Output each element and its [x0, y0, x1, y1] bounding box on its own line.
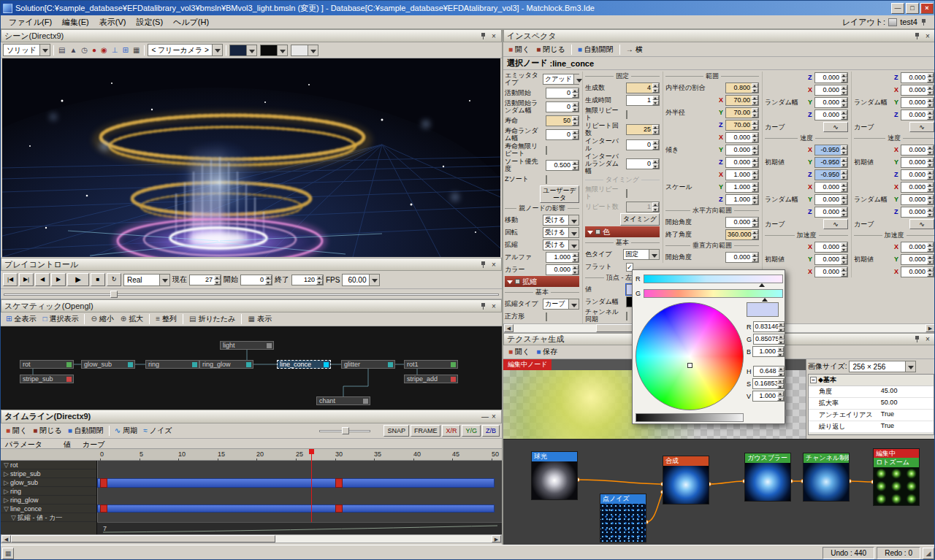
dropdown-arrow-icon[interactable]: [159, 275, 169, 285]
spinner[interactable]: [752, 230, 758, 239]
spinner[interactable]: [752, 96, 758, 105]
timeline-zoom-thumb[interactable]: [342, 427, 349, 434]
checkbox[interactable]: [626, 110, 627, 119]
menu-item[interactable]: 表示(V): [94, 15, 131, 29]
property-grid[interactable]: −◆基本角度45.00拡大率50.00アンチエイリアスTrue繰り返しTrue−…: [808, 374, 934, 435]
spinner[interactable]: [841, 195, 847, 204]
section-header[interactable]: 色: [585, 226, 660, 237]
schematic-node-light[interactable]: light: [220, 341, 274, 350]
start-frame-field[interactable]: 0: [240, 275, 272, 285]
number-field[interactable]: 0.000: [725, 252, 759, 263]
go-end-button[interactable]: ▶|: [19, 273, 34, 286]
dropdown-arrow-icon[interactable]: [308, 45, 318, 55]
pin-icon[interactable]: [920, 18, 928, 26]
shading-dropdown[interactable]: ソリッド: [3, 44, 50, 56]
expand-arrow-icon[interactable]: ▷: [4, 488, 9, 495]
layout-value[interactable]: test4: [900, 18, 917, 26]
spinner[interactable]: [841, 110, 847, 120]
dropdown-arrow-icon[interactable]: [246, 45, 256, 55]
curve-lane[interactable]: 7: [97, 522, 502, 534]
number-field[interactable]: 0.000: [901, 72, 934, 83]
number-field[interactable]: 0.000: [814, 182, 848, 193]
expand-arrow-icon[interactable]: ▷: [4, 496, 9, 504]
spinner[interactable]: [841, 255, 847, 264]
spinner[interactable]: [927, 207, 934, 217]
number-field[interactable]: 0.000: [814, 254, 848, 265]
timeline-y-g-button[interactable]: Y/G: [462, 425, 481, 437]
spinner[interactable]: [652, 202, 659, 212]
picker-g-field[interactable]: 0.850758: [753, 334, 785, 345]
display-icon[interactable]: ▤: [57, 44, 66, 57]
spinner[interactable]: [652, 83, 659, 93]
spinner[interactable]: [316, 275, 323, 285]
number-field[interactable]: 70.00: [725, 107, 759, 118]
color-swatch-dropdown-3[interactable]: [291, 45, 318, 56]
resize-grip[interactable]: ◢: [923, 548, 934, 559]
spinner[interactable]: [927, 255, 934, 264]
nodegraph-node-ロトズーム[interactable]: 編集中ロトズーム: [873, 448, 920, 506]
spinner[interactable]: [841, 170, 847, 180]
expand-arrow-icon[interactable]: ▽: [11, 514, 16, 521]
scroll-thumb[interactable]: [11, 535, 275, 542]
spinner[interactable]: [777, 379, 784, 388]
menu-item[interactable]: ファイル(F): [4, 15, 57, 29]
number-field[interactable]: 0.000: [814, 242, 848, 253]
minimize-icon[interactable]: —: [481, 413, 489, 421]
play-mode-dropdown[interactable]: Real: [123, 274, 170, 286]
dropdown-arrow-icon[interactable]: [39, 45, 50, 55]
spinner[interactable]: [572, 88, 579, 98]
nodegraph-node-チャンネル制御[interactable]: チャンネル制御: [803, 453, 850, 502]
expand-arrow-icon[interactable]: ▽: [4, 461, 9, 469]
number-field[interactable]: 0: [626, 139, 660, 150]
number-field[interactable]: 0.000: [814, 266, 848, 277]
number-field[interactable]: 0.000: [814, 207, 848, 218]
spinner[interactable]: [841, 98, 847, 107]
number-field[interactable]: 0.000: [901, 266, 934, 277]
number-field[interactable]: 50: [546, 115, 579, 126]
picker-v-field[interactable]: 1.000: [752, 391, 785, 402]
spinner[interactable]: [841, 183, 847, 192]
property-row[interactable]: アンチエイリアスTrue: [809, 410, 934, 421]
picker-b-field[interactable]: 1.000: [752, 346, 785, 357]
number-field[interactable]: 70.00: [725, 120, 759, 131]
spinner[interactable]: [752, 133, 758, 142]
timeline-tree-item[interactable]: ▷glow_sub: [1, 478, 96, 487]
scroll-right-arrow[interactable]: ▶: [926, 324, 935, 332]
timeline-key[interactable]: [335, 478, 343, 488]
number-field[interactable]: -0.950: [814, 157, 848, 168]
timeline-tree-item[interactable]: ▷stripe_sub: [1, 469, 96, 478]
curve-button[interactable]: ∿: [823, 219, 848, 229]
timeline-tree-item[interactable]: ▷ring: [1, 487, 96, 496]
cycle-button[interactable]: ∿周期: [112, 424, 140, 437]
spinner[interactable]: [752, 195, 758, 204]
expand-arrow-icon[interactable]: ▷: [4, 479, 9, 486]
number-field[interactable]: -0.950: [814, 145, 848, 156]
schematic-node-rot[interactable]: rot: [20, 360, 74, 369]
spinner[interactable]: [752, 170, 758, 180]
number-field[interactable]: 0.000: [814, 72, 848, 83]
timeline-tree-item[interactable]: ▽line_conce: [1, 505, 96, 513]
spinner[interactable]: [927, 110, 934, 120]
spinner[interactable]: [652, 159, 659, 169]
checkbox[interactable]: [546, 175, 547, 184]
number-field[interactable]: 0.000: [814, 85, 848, 96]
collapse-box-icon[interactable]: −: [810, 377, 817, 383]
number-field[interactable]: 0.000: [901, 169, 934, 180]
pin-icon[interactable]: [480, 261, 487, 269]
nodegraph-canvas[interactable]: 球光点ノイズ合成ガウスブラーチャンネル制御編集中ロトズーム: [503, 439, 935, 545]
timeline-z-b-button[interactable]: Z/B: [482, 425, 500, 437]
open-button[interactable]: ■開く: [3, 424, 30, 437]
timeline-track-bar[interactable]: [97, 505, 495, 513]
number-field[interactable]: 0.000: [814, 110, 848, 120]
prev-frame-button[interactable]: ◀: [35, 273, 50, 286]
spinner[interactable]: [927, 158, 934, 167]
dropdown[interactable]: 固定: [623, 249, 660, 260]
timeline-x-r-button[interactable]: X/R: [442, 425, 460, 437]
clock-icon[interactable]: ◷: [80, 44, 89, 57]
number-field[interactable]: 360.000: [725, 229, 759, 240]
number-field[interactable]: 1.000: [725, 182, 759, 193]
number-field[interactable]: 0.000: [901, 182, 934, 193]
spinner[interactable]: [927, 242, 934, 252]
curve-button[interactable]: ∿: [909, 219, 934, 229]
spinner[interactable]: [572, 116, 579, 126]
